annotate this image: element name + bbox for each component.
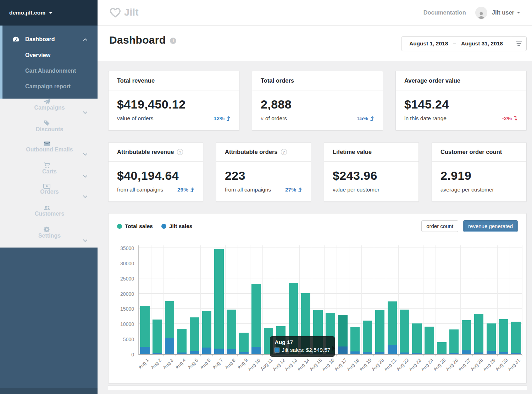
- y-tick-label: 15000: [120, 306, 134, 312]
- date-range-field[interactable]: August 1, 2018 – August 31, 2018: [401, 37, 511, 51]
- chart-x-axis: Aug 1Aug 2Aug 3Aug 4Aug 5Aug 6Aug 7Aug 8…: [138, 355, 522, 383]
- user-menu[interactable]: Jilt user: [475, 7, 520, 19]
- bar-aug-4[interactable]: [176, 248, 188, 354]
- sidebar-item-outbound-emails[interactable]: Outbound Emails: [0, 141, 98, 162]
- x-tick-label: Aug 25: [432, 357, 447, 372]
- active-group-indicator: [0, 26, 2, 99]
- stat-value: 223: [225, 169, 302, 183]
- bar-aug-17[interactable]: [337, 248, 349, 354]
- sidebar-item-dashboard[interactable]: Dashboard: [0, 31, 98, 48]
- trend-badge: 12%: [214, 115, 231, 122]
- jilt-sales-swatch-icon: [275, 348, 279, 353]
- revenue-generated-button[interactable]: revenue generated: [463, 220, 518, 232]
- sidebar-item-label: Outbound Emails: [26, 146, 73, 153]
- bar-aug-3[interactable]: [164, 248, 176, 354]
- bar-aug-31[interactable]: [510, 248, 522, 354]
- jilt-sales-bar: [400, 353, 409, 354]
- axis-tick: [522, 355, 522, 356]
- y-tick-label: 35000: [120, 245, 134, 251]
- bar-aug-24[interactable]: [423, 248, 436, 354]
- level-down-icon: [514, 116, 518, 121]
- help-icon[interactable]: ?: [281, 149, 287, 155]
- sidebar-item-carts[interactable]: Carts: [0, 162, 98, 184]
- bar-aug-29[interactable]: [485, 248, 497, 354]
- sidebar-item-customers[interactable]: Customers: [0, 205, 98, 226]
- info-icon[interactable]: i: [170, 38, 176, 44]
- chart-tooltip: Aug 17 Jilt sales: $2,549.57: [270, 336, 335, 357]
- bar-aug-18[interactable]: [349, 248, 361, 354]
- axis-tick: [448, 355, 448, 356]
- bar-aug-21[interactable]: [386, 248, 398, 354]
- sidebar-item-overview[interactable]: Overview: [0, 48, 98, 63]
- stat-subtext: from all campaigns: [117, 187, 163, 193]
- bar-aug-19[interactable]: [361, 248, 374, 354]
- level-up-icon: [226, 116, 231, 121]
- bar-aug-20[interactable]: [374, 248, 386, 354]
- bar-aug-6[interactable]: [200, 248, 213, 354]
- sidebar-item-discounts[interactable]: Discounts: [0, 120, 98, 141]
- bar-aug-8[interactable]: [225, 248, 238, 354]
- bar-aug-1[interactable]: [139, 248, 151, 354]
- filter-lines-icon: [515, 41, 522, 46]
- sidebar: demo.jilt.com Dashboard Overview Cart Ab…: [0, 0, 98, 394]
- bar-aug-25[interactable]: [436, 248, 448, 354]
- x-tick-label: Aug 30: [494, 357, 509, 372]
- jilt-sales-bar: [202, 348, 211, 354]
- sidebar-item-orders[interactable]: Orders: [0, 184, 98, 205]
- x-tick-label: Aug 7: [211, 357, 224, 370]
- stat-subtext: # of orders: [261, 115, 287, 122]
- axis-tick: [472, 355, 473, 356]
- total-sales-bar: [350, 327, 360, 354]
- x-tick-label: Aug 3: [162, 357, 174, 370]
- jilt-sales-bar: [165, 338, 174, 354]
- total-sales-bar: [190, 317, 199, 354]
- bar-aug-27[interactable]: [460, 248, 473, 354]
- bar-aug-9[interactable]: [238, 248, 250, 354]
- total-sales-bar: [437, 342, 446, 354]
- sidebar-item-cart-abandonment[interactable]: Cart Abandonment: [0, 63, 98, 79]
- stat-card-attributable-orders: Attributable orders ? 223 from all campa…: [216, 142, 311, 202]
- total-sales-bar: [388, 301, 397, 354]
- bar-aug-23[interactable]: [411, 248, 423, 354]
- tooltip-value: Jilt sales: $2,549.57: [282, 347, 330, 353]
- sidebar-item-settings[interactable]: Settings: [0, 226, 98, 248]
- bar-aug-10[interactable]: [250, 248, 262, 354]
- filter-button[interactable]: [511, 37, 526, 51]
- legend-jilt-sales[interactable]: Jilt sales: [161, 223, 193, 229]
- legend-total-sales[interactable]: Total sales: [117, 223, 153, 229]
- bar-aug-5[interactable]: [188, 248, 200, 354]
- stat-title: Average order value: [396, 71, 526, 90]
- bar-aug-30[interactable]: [497, 248, 510, 354]
- total-sales-bar: [449, 329, 459, 354]
- axis-tick: [386, 355, 386, 356]
- jilt-sales-bar: [375, 352, 384, 354]
- x-tick-label: Aug 26: [445, 357, 459, 372]
- next-section-edge: [108, 386, 527, 390]
- jilt-logo[interactable]: Jilt: [109, 7, 139, 18]
- chart-area: 05000100001500020000250003000035000 Aug …: [109, 239, 526, 383]
- bar-aug-28[interactable]: [473, 248, 485, 354]
- stats-row-1: Total revenue $419,450.12 value of order…: [108, 71, 527, 131]
- stat-value: $145.24: [404, 98, 518, 111]
- site-switcher[interactable]: demo.jilt.com: [0, 0, 98, 26]
- x-tick-label: Aug 6: [199, 357, 212, 370]
- help-icon[interactable]: ?: [177, 149, 183, 155]
- page-header: Dashboard i August 1, 2018 – August 31, …: [98, 26, 532, 61]
- bar-aug-26[interactable]: [448, 248, 460, 354]
- gauge-icon: [11, 36, 20, 43]
- total-sales-bar: [363, 321, 372, 354]
- x-tick-label: Aug 22: [395, 357, 410, 372]
- bar-aug-22[interactable]: [398, 248, 411, 354]
- sidebar-item-campaigns[interactable]: Campaigns: [0, 99, 98, 120]
- sidebar-item-campaign-report[interactable]: Campaign report: [0, 79, 98, 94]
- documentation-link[interactable]: Documentation: [423, 9, 466, 16]
- order-count-button[interactable]: order count: [421, 220, 458, 232]
- stat-value: 2.919: [440, 169, 518, 183]
- jilt-sales-bar: [214, 349, 223, 354]
- sidebar-item-label: Cart Abandonment: [25, 68, 76, 74]
- bar-aug-7[interactable]: [213, 248, 225, 354]
- x-tick-label: Aug 8: [224, 357, 237, 370]
- main-area: Jilt Documentation Jilt user Dashboard: [98, 0, 532, 394]
- bar-aug-2[interactable]: [151, 248, 164, 354]
- total-sales-bar: [375, 310, 384, 354]
